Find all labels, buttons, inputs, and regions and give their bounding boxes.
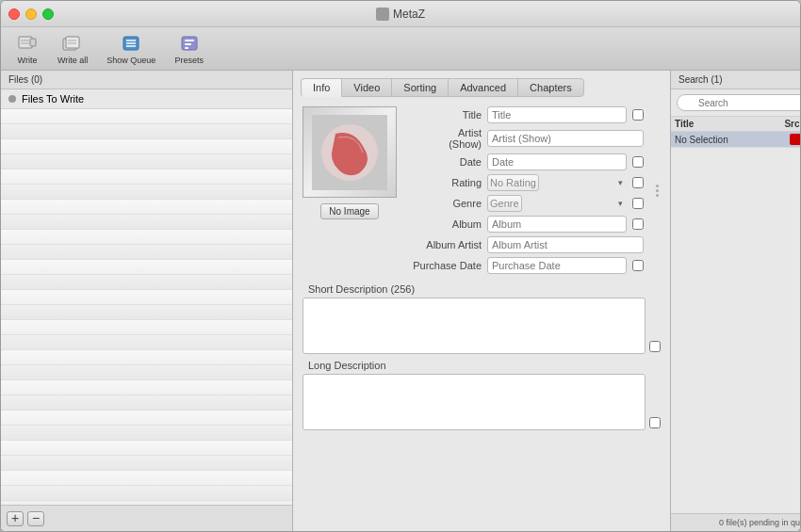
list-item: [1, 320, 292, 335]
album-checkbox[interactable]: [632, 218, 644, 230]
remove-file-button[interactable]: −: [27, 511, 44, 526]
album-artist-input[interactable]: [487, 236, 644, 253]
tab-sorting[interactable]: Sorting: [391, 78, 449, 97]
artwork-image[interactable]: [302, 106, 397, 198]
files-list[interactable]: Files To Write: [1, 89, 292, 505]
long-description-textarea[interactable]: [302, 374, 646, 430]
rating-select-wrapper: No Rating 1 Star 2 Stars 3 Stars 4 Stars…: [487, 174, 627, 191]
add-file-button[interactable]: +: [7, 511, 24, 526]
write-label: Write: [18, 56, 38, 65]
list-item: [1, 335, 292, 350]
title-input[interactable]: [487, 106, 627, 123]
artist-row: Artist(Show): [406, 127, 644, 150]
list-item: [1, 139, 292, 154]
list-item: [1, 456, 292, 471]
main-window: MetaZ Write: [0, 0, 801, 532]
show-queue-button[interactable]: Show Queue: [101, 29, 161, 69]
short-description-textarea[interactable]: [302, 298, 646, 354]
search-results-header: Title Src C: [671, 117, 800, 132]
title-checkbox[interactable]: [632, 109, 644, 121]
files-panel-header: Files (0): [1, 71, 292, 89]
fields-area: Title Artist(Show) Date: [406, 106, 644, 274]
write-all-icon: [62, 33, 83, 54]
purchase-date-label: Purchase Date: [406, 260, 482, 271]
album-artist-row: Album Artist: [406, 236, 644, 253]
show-queue-icon: [121, 33, 141, 54]
list-item: [1, 275, 292, 290]
long-description-checkbox[interactable]: [649, 417, 661, 428]
resize-dots: [656, 185, 659, 197]
presets-icon: [179, 33, 200, 54]
app-icon: [376, 8, 389, 21]
tab-info[interactable]: Info: [301, 78, 342, 97]
date-row: Date: [406, 153, 644, 170]
list-item: [1, 230, 292, 245]
resize-handle[interactable]: [653, 106, 661, 274]
list-item: [1, 215, 292, 230]
date-checkbox[interactable]: [632, 156, 644, 168]
search-input[interactable]: [677, 94, 800, 111]
title-row: Title: [406, 106, 644, 123]
title-label: Title: [406, 109, 482, 121]
artwork-area: No Image: [302, 106, 397, 219]
date-input[interactable]: [487, 153, 627, 170]
svg-rect-1: [30, 39, 36, 46]
rating-row: Rating No Rating 1 Star 2 Stars 3 Stars …: [406, 174, 644, 191]
list-item: [1, 200, 292, 215]
album-artist-label: Album Artist: [406, 239, 482, 250]
list-item: [1, 441, 292, 456]
tab-advanced[interactable]: Advanced: [448, 78, 518, 97]
list-item: [1, 365, 292, 380]
long-description-label: Long Description: [302, 360, 661, 371]
svg-rect-5: [66, 37, 79, 48]
search-col-src: Src: [780, 119, 800, 129]
list-item: [1, 395, 292, 411]
album-row: Album: [406, 216, 644, 233]
list-item: [1, 169, 292, 185]
maximize-button[interactable]: [42, 8, 54, 20]
album-input[interactable]: [487, 216, 627, 233]
rating-checkbox[interactable]: [632, 177, 644, 188]
tab-video[interactable]: Video: [341, 78, 392, 97]
search-box-wrapper: 🔍: [671, 89, 800, 117]
list-item: [1, 350, 292, 365]
search-footer: 0 file(s) pending in queue: [671, 513, 800, 531]
window-title: MetaZ: [376, 8, 425, 21]
genre-row: Genre Genre: [406, 195, 644, 212]
rating-select[interactable]: No Rating 1 Star 2 Stars 3 Stars 4 Stars…: [487, 174, 539, 191]
short-description-label: Short Description (256): [302, 283, 661, 295]
list-item: [1, 124, 292, 139]
short-description-wrapper: [302, 298, 661, 354]
long-description-wrapper: [302, 374, 661, 430]
search-col-title: Title: [675, 119, 780, 129]
list-item: [1, 380, 292, 395]
search-results-list[interactable]: No Selection: [671, 132, 800, 513]
purchase-date-checkbox[interactable]: [632, 260, 644, 271]
short-description-checkbox[interactable]: [649, 341, 661, 352]
genre-checkbox[interactable]: [632, 198, 644, 209]
svg-rect-14: [185, 43, 191, 45]
genre-select[interactable]: Genre: [487, 195, 522, 212]
close-button[interactable]: [8, 8, 20, 20]
titlebar: MetaZ: [1, 1, 800, 27]
info-top: No Image Title Artist(Show): [302, 106, 661, 274]
write-button[interactable]: Write: [10, 29, 44, 69]
list-item: [1, 109, 292, 124]
no-image-button[interactable]: No Image: [320, 203, 378, 219]
tab-chapters[interactable]: Chapters: [517, 78, 584, 97]
artist-input[interactable]: [487, 130, 644, 147]
list-item: [1, 471, 292, 486]
window-controls: [8, 8, 54, 20]
write-all-button[interactable]: Write all: [52, 29, 93, 69]
tabs: Info Video Sorting Advanced Chapters: [293, 71, 670, 97]
date-label: Date: [406, 156, 482, 168]
list-item: [1, 245, 292, 260]
list-item: [1, 486, 292, 501]
search-result-row[interactable]: No Selection: [671, 132, 800, 148]
minimize-button[interactable]: [25, 8, 37, 20]
svg-rect-15: [185, 47, 188, 49]
list-item: [1, 185, 292, 200]
list-item: [1, 154, 292, 169]
presets-button[interactable]: Presets: [169, 29, 209, 69]
purchase-date-input[interactable]: [487, 257, 627, 274]
